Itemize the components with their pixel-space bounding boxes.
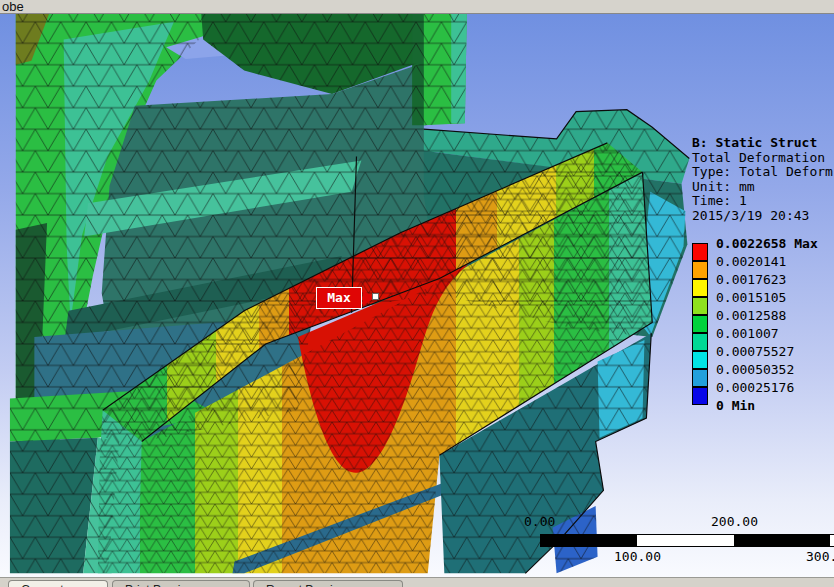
annotation-line: Unit: mm bbox=[692, 180, 833, 195]
ruler-label-100: 100.00 bbox=[614, 549, 661, 564]
legend-value: 0.00025176 bbox=[716, 380, 794, 395]
legend-value: 0.0020141 bbox=[716, 254, 786, 269]
ruler-bar bbox=[540, 534, 834, 547]
legend-value: 0.0012588 bbox=[716, 308, 786, 323]
legend-band bbox=[692, 387, 708, 405]
ruler-label-200: 200.00 bbox=[711, 514, 758, 529]
tab-print-preview[interactable]: Print Preview bbox=[112, 580, 250, 587]
fea-model-canvas[interactable] bbox=[0, 14, 834, 587]
legend-value: 0.001007 bbox=[716, 326, 779, 341]
max-probe-label: Max bbox=[316, 287, 362, 309]
legend-value: 0.0017623 bbox=[716, 272, 786, 287]
tab-geometry[interactable]: Geometry bbox=[8, 580, 108, 587]
legend-band bbox=[692, 243, 708, 261]
legend-value-min: 0 Min bbox=[716, 398, 755, 413]
toolbar-strip: obe bbox=[0, 0, 834, 14]
legend-value: 0.00075527 bbox=[716, 344, 794, 359]
toolbar-label: obe bbox=[2, 0, 24, 14]
result-title: B: Static Struct bbox=[692, 136, 833, 151]
graphics-viewport[interactable]: B: Static Struct Total Deformation Type:… bbox=[0, 14, 834, 587]
annotation-line: Type: Total Deform bbox=[692, 165, 833, 180]
legend-band bbox=[692, 279, 708, 297]
legend-band bbox=[692, 261, 708, 279]
legend-band bbox=[692, 315, 708, 333]
ruler-label-300: 300. bbox=[806, 549, 834, 564]
ansys-mechanical-window: obe bbox=[0, 0, 834, 587]
legend-value: 0.00050352 bbox=[716, 362, 794, 377]
legend-band bbox=[692, 333, 708, 351]
legend-value-max: 0.0022658 Max bbox=[716, 236, 818, 251]
legend-band bbox=[692, 297, 708, 315]
annotation-line: 2015/3/19 20:43 bbox=[692, 209, 833, 224]
view-tabs: Geometry Print Preview Report Preview bbox=[0, 577, 834, 587]
ruler-label-0: 0.00 bbox=[524, 514, 555, 529]
max-probe-point bbox=[372, 293, 379, 300]
annotation-line: Time: 1 bbox=[692, 194, 833, 209]
legend-band bbox=[692, 369, 708, 387]
tab-report-preview[interactable]: Report Preview bbox=[253, 580, 403, 587]
annotation-line: Total Deformation bbox=[692, 151, 833, 166]
legend-value: 0.0015105 bbox=[716, 290, 786, 305]
result-annotation: B: Static Struct Total Deformation Type:… bbox=[692, 136, 833, 224]
legend-band bbox=[692, 351, 708, 369]
